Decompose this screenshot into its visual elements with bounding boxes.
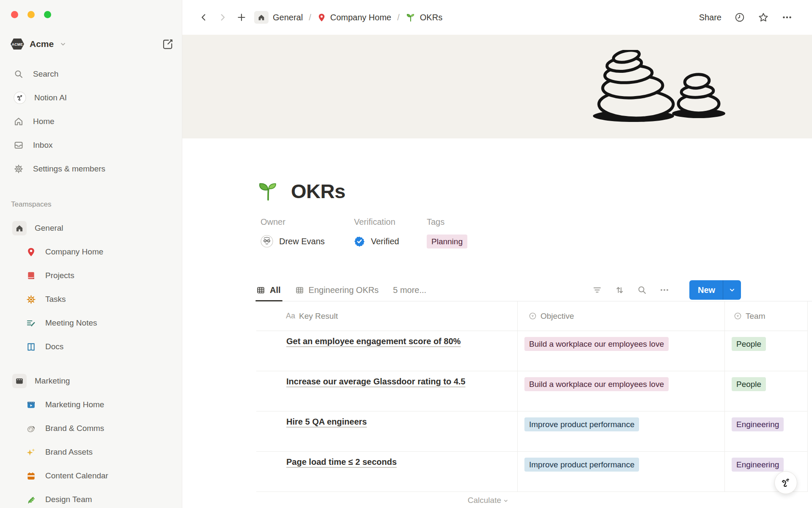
sort-icon[interactable] [614,285,625,295]
team-cell[interactable]: People [724,331,808,371]
video-icon [26,400,36,410]
topbar: General / Company Home / OKRs Share [182,0,812,35]
stacked-stones-illustration [593,50,728,124]
breadcrumb: General / Company Home / OKRs [254,11,442,24]
new-button[interactable]: New [689,280,741,300]
home-icon [14,116,24,127]
share-button[interactable]: Share [699,13,721,22]
notion-ai-button[interactable] [774,471,797,494]
zoom-window-button[interactable] [44,11,51,18]
sidebar-item-inbox[interactable]: Inbox [0,133,182,157]
property-label-owner: Owner [261,217,354,227]
sparkles-icon [26,447,36,457]
table-row: Increase our average Glassdoor rating to… [256,371,808,411]
book-icon [26,271,36,281]
teamspaces-heading: Teamspaces [0,196,182,213]
view-options-icon[interactable] [659,285,669,295]
pin-icon [26,247,36,257]
calendar-icon [26,471,36,481]
sprout-icon [406,12,416,22]
sprout-icon[interactable] [256,179,280,203]
property-value-owner[interactable]: Drew Evans [261,234,354,249]
more-options-icon[interactable] [782,12,793,23]
main-area: General / Company Home / OKRs Share [182,0,812,508]
page-cover[interactable] [182,35,812,138]
property-value-tags[interactable]: Planning [427,234,467,249]
table-header-row: Aa Key Result Objective Team [256,301,808,331]
favorite-star-icon[interactable] [758,12,769,23]
new-dropdown-icon[interactable] [723,280,741,300]
table-footer: Calculate [256,492,808,508]
sidebar-item-tasks[interactable]: Tasks [0,287,182,311]
home-icon [254,11,269,24]
breadcrumb-okrs[interactable]: OKRs [406,12,442,22]
calculate-button[interactable]: Calculate [256,492,517,508]
page-title[interactable]: OKRs [291,179,346,203]
sidebar-item-content-calendar[interactable]: Content Calendar [0,464,182,488]
column-header-team[interactable]: Team [724,301,808,331]
view-tab-more[interactable]: 5 more... [393,279,426,301]
view-tab-engineering-okrs[interactable]: Engineering OKRs [295,279,379,301]
sidebar-teamspace-marketing[interactable]: Marketing [0,369,182,393]
sidebar-item-notion-ai[interactable]: Notion AI [0,86,182,110]
history-clock-icon[interactable] [734,12,745,23]
property-value-verification[interactable]: Verified [354,234,427,249]
gear-icon [14,164,24,174]
objective-cell[interactable]: Build a workplace our employees love [517,371,724,411]
filter-icon[interactable] [592,285,602,295]
docs-icon [26,342,36,352]
sidebar-item-projects[interactable]: Projects [0,264,182,287]
key-result-cell[interactable]: Increase our average Glassdoor rating to… [256,371,517,411]
sidebar-item-design-team[interactable]: Design Team [0,488,182,508]
chevron-down-icon[interactable] [60,41,66,47]
view-tab-all[interactable]: All [256,279,281,301]
team-cell[interactable]: Engineering [724,411,808,451]
sidebar-item-brand-comms[interactable]: Brand & Comms [0,417,182,440]
add-page-icon[interactable] [236,12,247,22]
compose-icon[interactable] [162,39,173,50]
page-content: OKRs Owner Drew Evans Verification [256,138,812,508]
sidebar-item-company-home[interactable]: Company Home [0,240,182,264]
sidebar-item-marketing-home[interactable]: Marketing Home [0,393,182,417]
sidebar-item-search[interactable]: Search [0,62,182,86]
team-cell[interactable]: People [724,371,808,411]
key-result-cell[interactable]: Hire 5 QA engineers [256,411,517,451]
table-row: Page load time ≤ 2 seconds Improve produ… [256,452,808,492]
sidebar-item-brand-assets[interactable]: Brand Assets [0,440,182,464]
notion-ai-icon [14,91,26,104]
objective-cell[interactable]: Improve product performance [517,452,724,491]
clapper-icon [12,374,27,388]
column-header-key-result[interactable]: Aa Key Result [256,301,517,331]
workspace-name[interactable]: Acme [30,39,54,49]
svg-text:ACME: ACME [12,42,23,47]
key-result-cell[interactable]: Page load time ≤ 2 seconds [256,452,517,491]
breadcrumb-company-home[interactable]: Company Home [317,13,392,22]
column-header-objective[interactable]: Objective [517,301,724,331]
key-result-cell[interactable]: Get an employee engagement score of 80% [256,331,517,371]
back-icon[interactable] [199,13,208,22]
property-label-tags: Tags [427,217,467,227]
objective-cell[interactable]: Improve product performance [517,411,724,451]
sidebar-item-meeting-notes[interactable]: Meeting Notes [0,311,182,335]
sidebar-teamspace-general[interactable]: General [0,216,182,240]
objective-cell[interactable]: Build a workplace our employees love [517,331,724,371]
select-type-icon [529,312,537,320]
table-row: Get an employee engagement score of 80% … [256,331,808,371]
close-window-button[interactable] [11,11,18,18]
property-label-verification: Verification [354,217,427,227]
sidebar: ACME Acme Search [0,0,182,508]
sidebar-item-settings[interactable]: Settings & members [0,157,182,181]
sidebar-item-home[interactable]: Home [0,110,182,133]
notes-icon [26,318,36,328]
table-row: Hire 5 QA engineers Improve product perf… [256,411,808,452]
forward-icon[interactable] [218,13,227,22]
breadcrumb-general[interactable]: General [254,11,303,24]
avatar [261,235,273,248]
verified-badge-icon [354,236,365,247]
minimize-window-button[interactable] [27,11,35,18]
home-icon [12,221,27,235]
search-icon[interactable] [637,285,647,295]
search-icon [14,69,24,79]
sidebar-item-docs[interactable]: Docs [0,335,182,359]
window-controls [11,11,51,18]
